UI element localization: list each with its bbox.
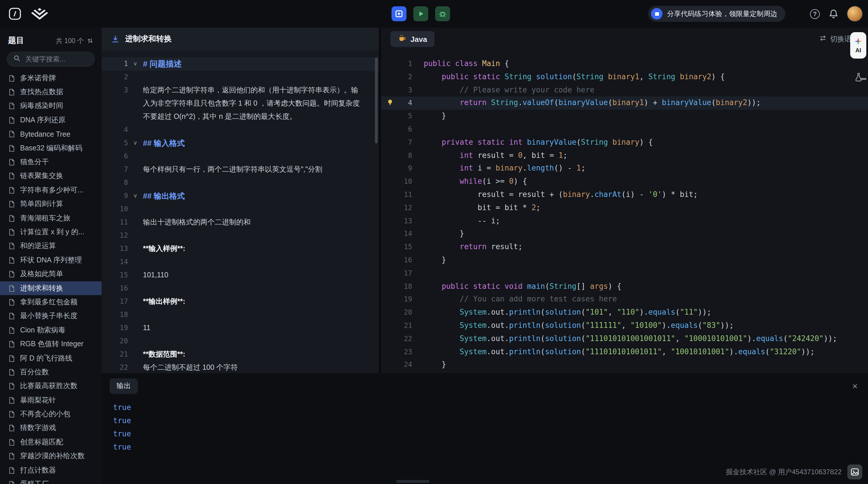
code-line[interactable]: 20 System.out.println(solution("101", "1… bbox=[381, 306, 868, 319]
resize-handle[interactable] bbox=[396, 480, 429, 483]
code-line[interactable]: 12 bit = bit * 2; bbox=[381, 202, 868, 215]
sidebar-item[interactable]: 拿到最多红包金额 bbox=[0, 295, 102, 309]
document-icon bbox=[8, 313, 16, 320]
sidebar-item[interactable]: DNA 序列还原 bbox=[0, 113, 102, 127]
line-number: 16 bbox=[381, 254, 412, 267]
line-number: 9 bbox=[381, 162, 412, 175]
help-icon[interactable]: ? bbox=[810, 9, 820, 19]
scrollbar-thumb[interactable] bbox=[375, 57, 378, 144]
sidebar-item[interactable]: 暴雨梨花针 bbox=[0, 393, 102, 407]
share-banner[interactable]: 分享代码练习体验，领限量定制周边 bbox=[648, 6, 785, 22]
code-line[interactable]: 3 // Please write your code here bbox=[381, 84, 868, 97]
search-input[interactable] bbox=[24, 55, 88, 64]
sidebar-item[interactable]: 青海湖租车之旅 bbox=[0, 211, 102, 225]
chevron-down-icon[interactable]: ∨ bbox=[133, 57, 137, 70]
line-number: 17 bbox=[102, 295, 128, 308]
code-playground-logo-icon[interactable] bbox=[8, 7, 22, 21]
sidebar-item[interactable]: 猫鱼分干 bbox=[0, 155, 102, 170]
sidebar-item[interactable]: 打点计数器 bbox=[0, 463, 102, 477]
sidebar-item[interactable]: 病毒感染时间 bbox=[0, 99, 102, 113]
debug-button[interactable] bbox=[435, 6, 451, 21]
code-line[interactable]: 9 int i = binary.length() - 1; bbox=[381, 162, 868, 175]
code-line[interactable]: 4 return String.valueOf(binaryValue(bina… bbox=[381, 97, 868, 110]
document-icon bbox=[8, 243, 16, 250]
code-line[interactable]: 6 bbox=[381, 123, 868, 136]
close-icon[interactable]: × bbox=[852, 382, 858, 391]
problem-line: 2 bbox=[102, 71, 379, 84]
code-line[interactable]: 10 while(i >= 0) { bbox=[381, 175, 868, 188]
embed-button[interactable] bbox=[392, 6, 407, 21]
sidebar-item[interactable]: 及格如此简单 bbox=[0, 267, 102, 281]
language-chip[interactable]: Java bbox=[391, 31, 435, 47]
sidebar-item[interactable]: RGB 色值转 Integer bbox=[0, 337, 102, 352]
code-line[interactable]: 22 System.out.println(solution("11101010… bbox=[381, 332, 868, 345]
output-tab[interactable]: 输出 bbox=[110, 379, 138, 394]
sidebar-item[interactable]: 计算位置 x 到 y 的... bbox=[0, 225, 102, 239]
lightbulb-icon[interactable] bbox=[386, 99, 394, 107]
code-line[interactable]: 16 } bbox=[381, 254, 868, 267]
sidebar-item[interactable]: 百分位数 bbox=[0, 365, 102, 379]
sidebar-item[interactable]: 多米诺骨牌 bbox=[0, 71, 102, 85]
line-number: 12 bbox=[102, 229, 128, 242]
code-line[interactable]: 15 return result; bbox=[381, 241, 868, 254]
output-line: true bbox=[113, 441, 131, 454]
sidebar-item[interactable]: Cion 勒索病毒 bbox=[0, 323, 102, 337]
editor-header: Java 切换语言 bbox=[381, 28, 868, 51]
sidebar-item[interactable]: 查找热点数据 bbox=[0, 85, 102, 99]
code-lines[interactable]: 1public class Main {2 public static Stri… bbox=[381, 51, 868, 373]
chevron-down-icon[interactable]: ∨ bbox=[133, 136, 137, 149]
ai-assistant-button[interactable]: AI bbox=[850, 32, 866, 59]
code-line[interactable]: 24 } bbox=[381, 359, 868, 372]
line-number: 3 bbox=[102, 84, 128, 97]
chevron-down-icon[interactable]: ∨ bbox=[133, 189, 137, 202]
code-line[interactable]: 5 } bbox=[381, 110, 868, 123]
sidebar-item[interactable]: 链表聚集交换 bbox=[0, 169, 102, 183]
code-line[interactable]: 2 public static String solution(String b… bbox=[381, 71, 868, 84]
code-text: } bbox=[424, 230, 464, 238]
topbar: 分享代码练习体验，领限量定制周边 ? bbox=[0, 0, 868, 28]
code-line[interactable]: 8 int result = 0, bit = 1; bbox=[381, 149, 868, 162]
sidebar-item-label: 青海湖租车之旅 bbox=[20, 213, 70, 223]
sidebar-item[interactable]: 不再贪心的小包 bbox=[0, 407, 102, 421]
avatar[interactable] bbox=[847, 6, 862, 21]
sidebar-item[interactable]: 穿越沙漠的补给次数 bbox=[0, 449, 102, 463]
output-panel: 输出 × truetruetruetrue 掘金技术社区 @ 用户4543710… bbox=[102, 373, 868, 484]
sidebar-item[interactable]: Bytedance Tree bbox=[0, 127, 102, 141]
sidebar-item[interactable]: 比赛最高获胜次数 bbox=[0, 379, 102, 393]
search-box[interactable] bbox=[7, 52, 95, 67]
code-line[interactable]: 7 private static int binaryValue(String … bbox=[381, 136, 868, 149]
sidebar-item[interactable]: 蛋糕工厂 bbox=[0, 477, 102, 484]
sidebar-item[interactable]: 猜数字游戏 bbox=[0, 421, 102, 435]
flask-icon[interactable] bbox=[854, 72, 863, 82]
document-icon bbox=[8, 102, 16, 110]
code-line[interactable]: 14 } bbox=[381, 228, 868, 241]
code-line[interactable]: 18 public static void main(String[] args… bbox=[381, 280, 868, 293]
code-line[interactable]: 19 // You can add more test cases here bbox=[381, 293, 868, 306]
sidebar-item[interactable]: Base32 编码和解码 bbox=[0, 141, 102, 155]
sidebar-item-label: 蛋糕工厂 bbox=[20, 479, 49, 484]
code-text: System.out.println(solution("11101010100… bbox=[424, 334, 837, 342]
juejin-logo-icon[interactable] bbox=[31, 7, 48, 20]
sidebar-item[interactable]: 阿 D 的飞行路线 bbox=[0, 352, 102, 365]
sidebar-item[interactable]: 和的逆运算 bbox=[0, 239, 102, 253]
code-line[interactable]: 13 -- i; bbox=[381, 214, 868, 228]
code-line[interactable]: 21 System.out.println(solution("111111",… bbox=[381, 319, 868, 332]
run-button[interactable] bbox=[414, 6, 429, 21]
sidebar-item-label: 百分位数 bbox=[20, 367, 49, 377]
sidebar-item[interactable]: 最小替换子串长度 bbox=[0, 309, 102, 323]
bell-icon[interactable] bbox=[828, 9, 839, 19]
booklet-icon bbox=[651, 8, 662, 20]
sort-icon[interactable] bbox=[87, 37, 94, 44]
sidebar-item[interactable]: 创意标题匹配 bbox=[0, 435, 102, 449]
sidebar-item[interactable]: 简单四则计算 bbox=[0, 197, 102, 211]
code-line[interactable]: 1public class Main { bbox=[381, 57, 868, 71]
screenshot-icon[interactable] bbox=[847, 464, 862, 479]
java-icon bbox=[398, 34, 406, 44]
code-line[interactable]: 11 result = result + (binary.charAt(i) -… bbox=[381, 188, 868, 202]
sidebar-item-label: DNA 序列还原 bbox=[20, 115, 65, 125]
code-line[interactable]: 23 System.out.println(solution("11101010… bbox=[381, 345, 868, 359]
sidebar-item[interactable]: 进制求和转换 bbox=[0, 281, 102, 295]
sidebar-item[interactable]: 字符串有多少种可... bbox=[0, 183, 102, 197]
sidebar-item[interactable]: 环状 DNA 序列整理 bbox=[0, 253, 102, 267]
code-line[interactable]: 17 bbox=[381, 267, 868, 280]
